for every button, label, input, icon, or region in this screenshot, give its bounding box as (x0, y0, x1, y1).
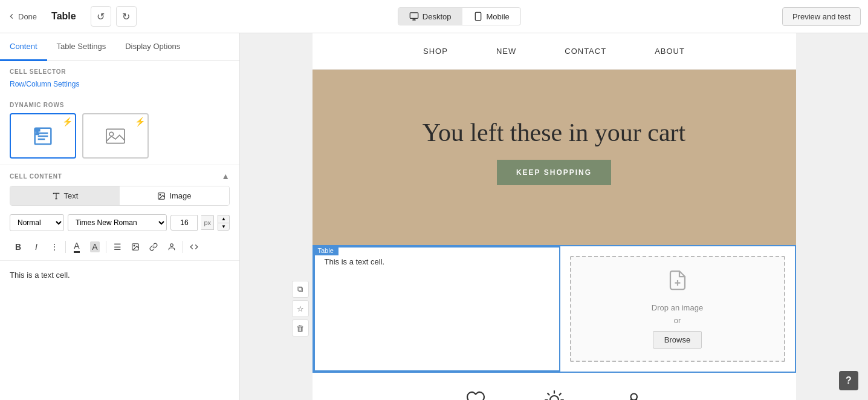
row-star-button[interactable]: ☆ (292, 300, 309, 317)
svg-rect-10 (106, 129, 125, 143)
table-section: Table ⧉ ☆ 🗑 This is a text cell. (313, 245, 796, 373)
format-toolbar: B I ⋮ A A ☰ (0, 236, 239, 260)
toolbar-sep-3 (183, 241, 183, 253)
nav-bar: SHOP NEW CONTACT ABOUT (313, 33, 796, 70)
drop-icon (667, 269, 688, 296)
table-grid: This is a text cell. (314, 246, 795, 372)
hero-section: You left these in your cart KEEP SHOPPIN… (313, 70, 796, 245)
cell-content-header: CELL CONTENT ▲ (0, 165, 239, 186)
lightning-badge-1: ⚡ (62, 117, 73, 126)
svg-point-18 (170, 244, 173, 247)
image-button[interactable] (127, 238, 144, 255)
align-button[interactable]: ☰ (109, 238, 126, 255)
person-button[interactable] (163, 238, 180, 255)
font-controls: Normal Times New Roman px ▲ ▼ (0, 212, 239, 236)
cell-content-collapse[interactable]: ▲ (221, 171, 230, 181)
cell-selector-row: Row/Column Settings (0, 77, 239, 94)
table-cell-image-wrapper: Drop an image or Browse (560, 246, 795, 372)
svg-point-15 (160, 194, 161, 195)
font-style-select[interactable]: Normal (10, 214, 64, 231)
panel-tabs: Content Table Settings Display Options (0, 33, 239, 61)
row-column-settings-link[interactable]: Row/Column Settings (10, 80, 79, 88)
svg-line-26 (547, 393, 549, 395)
toolbar-sep-2 (106, 241, 106, 253)
more-options-button[interactable]: ⋮ (46, 238, 63, 255)
table-label: Table (313, 246, 338, 255)
dynamic-rows-label: DYNAMIC ROWS (0, 94, 239, 111)
email-preview: SHOP NEW CONTACT ABOUT You left these in… (313, 33, 796, 400)
font-unit: px (201, 215, 214, 230)
help-button[interactable]: ? (839, 371, 858, 390)
undo-button[interactable]: ↺ (91, 6, 111, 27)
cell-selector-label: CELL SELECTOR (0, 61, 239, 77)
tab-content[interactable]: Content (0, 33, 47, 61)
table-cell-image[interactable]: Drop an image or Browse (570, 256, 785, 362)
page-title: Table (51, 11, 76, 22)
left-panel: Content Table Settings Display Options C… (0, 33, 240, 400)
svg-line-28 (559, 393, 561, 395)
cell-text-content: This is a text cell. (325, 257, 385, 266)
bold-button[interactable]: B (10, 238, 27, 255)
font-size-down[interactable]: ▼ (218, 223, 230, 231)
row-copy-button[interactable]: ⧉ (292, 281, 309, 298)
icon-tools (618, 385, 648, 400)
font-size-arrows: ▲ ▼ (218, 215, 230, 231)
redo-button[interactable]: ↻ (116, 6, 137, 27)
email-preview-area: SHOP NEW CONTACT ABOUT You left these in… (240, 33, 868, 400)
table-cell-text[interactable]: This is a text cell. (314, 246, 560, 372)
text-preview-area[interactable]: This is a text cell. (0, 260, 239, 400)
tab-table-settings[interactable]: Table Settings (47, 33, 116, 61)
text-tab-button[interactable]: Text (10, 186, 120, 205)
font-size-up[interactable]: ▲ (218, 215, 230, 223)
nav-contact[interactable]: CONTACT (565, 47, 606, 56)
done-button[interactable]: Done (7, 12, 37, 21)
hero-text: You left these in your cart (423, 117, 685, 148)
font-color-button[interactable]: A (68, 238, 85, 255)
text-preview-content: This is a text cell. (10, 270, 70, 280)
nav-about[interactable]: ABOUT (655, 47, 685, 56)
font-size-input[interactable] (170, 215, 198, 231)
preview-button[interactable]: Preview and test (782, 7, 861, 26)
svg-text:T: T (35, 128, 40, 136)
mobile-label: Mobile (487, 12, 510, 21)
row-delete-button[interactable]: 🗑 (292, 320, 309, 336)
desktop-label: Desktop (423, 12, 452, 21)
image-tab-button[interactable]: Image (120, 186, 229, 205)
hero-content: You left these in your cart KEEP SHOPPIN… (423, 117, 685, 197)
link-button[interactable] (145, 238, 162, 255)
mobile-button[interactable]: Mobile (462, 8, 520, 25)
svg-point-17 (134, 245, 135, 246)
content-type-toggle: Text Image (10, 186, 230, 206)
text-tab-label: Text (64, 191, 79, 200)
browse-button[interactable]: Browse (653, 331, 702, 349)
viewport-toggle: Desktop Mobile (398, 7, 521, 25)
icon-sun (539, 385, 569, 400)
image-tab-label: Image (169, 191, 191, 200)
dynamic-rows: T ⚡ ⚡ (0, 111, 239, 165)
dynamic-cell-text[interactable]: T ⚡ (10, 113, 76, 159)
nav-shop[interactable]: SHOP (423, 47, 448, 56)
table-row-actions: ⧉ ☆ 🗑 (292, 281, 309, 336)
done-label: Done (18, 12, 37, 21)
dynamic-cell-image[interactable]: ⚡ (82, 113, 149, 159)
bottom-icons (313, 373, 796, 400)
code-button[interactable] (186, 238, 202, 255)
top-bar: Done Table ↺ ↻ Desktop Mobile Preview an… (0, 0, 868, 33)
svg-rect-3 (475, 12, 481, 20)
italic-button[interactable]: I (28, 238, 45, 255)
nav-new[interactable]: NEW (496, 47, 516, 56)
svg-rect-0 (410, 13, 418, 18)
cta-button[interactable]: KEEP SHOPPING (497, 160, 611, 185)
tab-display-options[interactable]: Display Options (115, 33, 190, 61)
svg-point-21 (550, 396, 559, 400)
font-family-select[interactable]: Times New Roman (68, 214, 167, 231)
cell-content-label: CELL CONTENT (10, 173, 62, 180)
table-container: Table ⧉ ☆ 🗑 This is a text cell. (313, 245, 796, 373)
lightning-badge-2: ⚡ (135, 117, 145, 126)
toolbar-sep-1 (65, 241, 66, 253)
desktop-button[interactable]: Desktop (398, 8, 462, 25)
icon-heart (461, 385, 491, 400)
drop-text: Drop an image or (652, 302, 703, 327)
bg-color-button[interactable]: A (86, 238, 103, 255)
